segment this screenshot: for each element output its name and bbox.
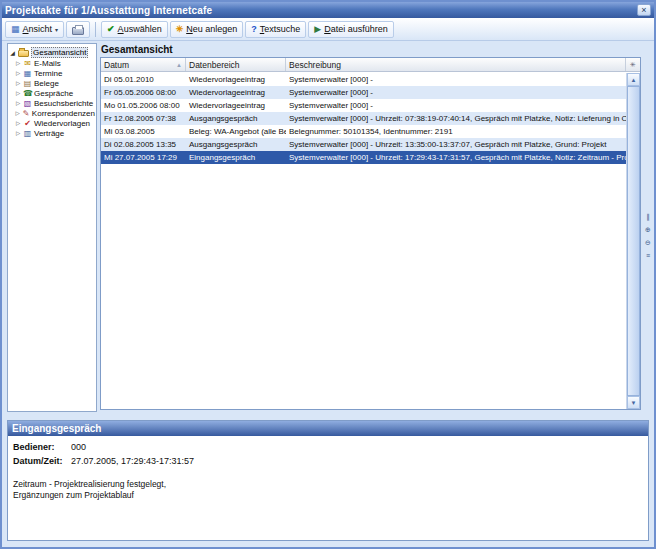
detail-field-row: Bediener: 000 <box>13 442 643 452</box>
contract-icon: ▥ <box>23 129 32 138</box>
neu-anlegen-button[interactable]: ✳ Neu anlegen <box>170 21 244 38</box>
split-view-icon: ∥ <box>646 213 650 220</box>
cell-datum: Mi 27.07.2005 17:29 <box>101 151 186 164</box>
table-row[interactable]: Di 02.08.2005 13:35 Ausgangsgespräch Sys… <box>101 138 626 151</box>
column-label: Datum <box>104 60 129 70</box>
run-file-icon: ▶ <box>314 25 321 34</box>
zoom-out-icon: ⊖ <box>645 239 651 246</box>
tree-item[interactable]: ▷ ☎ Gespräche <box>9 88 95 98</box>
tree-item-label: Termine <box>34 69 62 78</box>
table-row[interactable]: Fr 05.05.2006 08:00 Wiedervorlageeintrag… <box>101 86 626 99</box>
chevron-right-icon: ▷ <box>15 60 21 66</box>
chevron-right-icon: ▷ <box>15 70 21 76</box>
neu-anlegen-label: Neu anlegen <box>186 24 237 34</box>
tree-item[interactable]: ▷ ▧ Besuchsberichte <box>9 98 95 108</box>
toolbar-separator <box>95 22 96 37</box>
field-value: 000 <box>71 442 86 452</box>
table-row[interactable]: Fr 12.08.2005 07:38 Ausgangsgespräch Sys… <box>101 112 626 125</box>
cell-datenbereich: Wiedervorlageeintrag <box>186 73 286 86</box>
cell-datenbereich: Wiedervorlageeintrag <box>186 99 286 112</box>
cell-beschreibung: Systemverwalter [000] - Uhrzeit: 13:35:0… <box>286 138 626 151</box>
tree-item[interactable]: ▷ ▤ Belege <box>9 78 95 88</box>
tree-item-label: Wiedervorlagen <box>34 119 90 128</box>
label-rest: atei ausführen <box>331 24 388 34</box>
cell-datenbereich: Ausgangsgespräch <box>186 138 286 151</box>
column-header-beschreibung[interactable]: Beschreibung <box>286 58 626 71</box>
table-row[interactable]: Di 05.01.2010 Wiedervorlageeintrag Syste… <box>101 73 626 86</box>
menu-icon: ≡ <box>646 252 650 259</box>
label-rest: extsuche <box>264 24 300 34</box>
tree-item[interactable]: ▷ ✎ Korrespondenzen <box>9 108 95 118</box>
column-header-datum[interactable]: Datum ▲ <box>101 58 186 71</box>
scroll-thumb[interactable] <box>627 86 640 396</box>
note-line: Zeitraum - Projektrealisierung festgeleg… <box>13 479 643 490</box>
expanded-node-icon: ◢ <box>9 49 16 56</box>
datei-ausfuehren-button[interactable]: ▶ Datei ausführen <box>308 21 393 38</box>
detail-header: Eingangsgespräch <box>8 421 648 436</box>
data-grid: Datum ▲ Datenbereich Beschreibung ✳ Di 0… <box>100 57 641 410</box>
chevron-right-icon: ▷ <box>15 120 21 126</box>
phone-icon: ☎ <box>23 89 32 98</box>
mail-icon: ✉ <box>23 59 32 68</box>
rail-zoom-out-button[interactable]: ⊖ <box>643 238 653 248</box>
right-rail: ∥ ⊕ ⊖ ≡ <box>643 212 653 261</box>
close-icon: × <box>641 5 646 15</box>
tree-item[interactable]: ▷ ✉ E-Mails <box>9 58 95 68</box>
close-button[interactable]: × <box>637 4 651 16</box>
label-rest: nsicht <box>29 24 53 34</box>
tree-item[interactable]: ▷ ✔ Wiedervorlagen <box>9 118 95 128</box>
textsuche-button[interactable]: ? Textsuche <box>245 21 306 38</box>
table-row[interactable]: Mi 03.08.2005 Beleg: WA-Angebot (alle Be… <box>101 125 626 138</box>
followup-icon: ✔ <box>23 119 32 128</box>
label-rest: uswählen <box>124 24 162 34</box>
field-value: 27.07.2005, 17:29:43-17:31:57 <box>71 456 194 466</box>
letter-icon: ✎ <box>22 109 30 118</box>
tree-root-item[interactable]: ◢ Gesamtansicht <box>9 46 95 58</box>
tree-item-label: Gespräche <box>34 89 73 98</box>
cell-datenbereich: Ausgangsgespräch <box>186 112 286 125</box>
grid-header: Datum ▲ Datenbereich Beschreibung ✳ <box>101 58 640 72</box>
sort-ascending-icon: ▲ <box>176 62 182 68</box>
print-button[interactable] <box>66 21 90 38</box>
scroll-up-button[interactable]: ▲ <box>627 73 640 86</box>
tree-item-label: E-Mails <box>34 59 61 68</box>
titlebar: Projektakte für 1/Ausstattung Internetca… <box>2 2 654 18</box>
column-header-datenbereich[interactable]: Datenbereich <box>186 58 286 71</box>
zoom-in-icon: ⊕ <box>645 226 651 233</box>
cell-datum: Di 05.01.2010 <box>101 73 186 86</box>
chevron-down-icon: ▾ <box>55 26 58 33</box>
column-options-button[interactable]: ✳ <box>626 58 640 71</box>
folder-icon <box>18 50 29 57</box>
search-question-icon: ? <box>251 25 257 34</box>
chevron-right-icon: ▷ <box>15 90 21 96</box>
column-label: Datenbereich <box>189 60 240 70</box>
ansicht-label: Ansicht <box>23 24 53 34</box>
auswaehlen-button[interactable]: ✔ Auswählen <box>101 21 168 38</box>
note-line: Ergänzungen zum Projektablauf <box>13 490 643 501</box>
page-title: Gesamtansicht <box>101 43 173 56</box>
textsuche-label: Textsuche <box>260 24 301 34</box>
calendar-icon: ▦ <box>23 69 32 78</box>
chevron-right-icon: ▷ <box>15 130 21 136</box>
field-label: Datum/Zeit: <box>13 456 71 466</box>
rail-split-button[interactable]: ∥ <box>643 212 653 222</box>
cell-datenbereich: Eingangsgespräch <box>186 151 286 164</box>
cell-datum: Fr 05.05.2006 08:00 <box>101 86 186 99</box>
tree-item[interactable]: ▷ ▥ Verträge <box>9 128 95 138</box>
rail-zoom-in-button[interactable]: ⊕ <box>643 225 653 235</box>
rail-menu-button[interactable]: ≡ <box>643 251 653 261</box>
table-row[interactable]: Mo 01.05.2006 08:00 Wiedervorlageeintrag… <box>101 99 626 112</box>
cell-beschreibung: Systemverwalter [000] - Uhrzeit: 17:29:4… <box>286 151 626 164</box>
cell-beschreibung: Belegnummer: 50101354, Identnummer: 2191 <box>286 125 626 138</box>
cell-beschreibung: Systemverwalter [000] - <box>286 99 626 112</box>
cell-datum: Fr 12.08.2005 07:38 <box>101 112 186 125</box>
scroll-down-button[interactable]: ▼ <box>627 396 640 409</box>
chevron-right-icon: ▷ <box>15 80 21 86</box>
tree-root-label: Gesamtansicht <box>31 47 88 58</box>
tree-item-label: Verträge <box>34 129 64 138</box>
tree-item-label: Korrespondenzen <box>32 109 95 118</box>
table-row[interactable]: Mi 27.07.2005 17:29 Eingangsgespräch Sys… <box>101 151 626 164</box>
tree-item[interactable]: ▷ ▦ Termine <box>9 68 95 78</box>
chevron-right-icon: ▷ <box>15 100 21 106</box>
ansicht-button[interactable]: ▦ Ansicht ▾ <box>5 21 64 38</box>
